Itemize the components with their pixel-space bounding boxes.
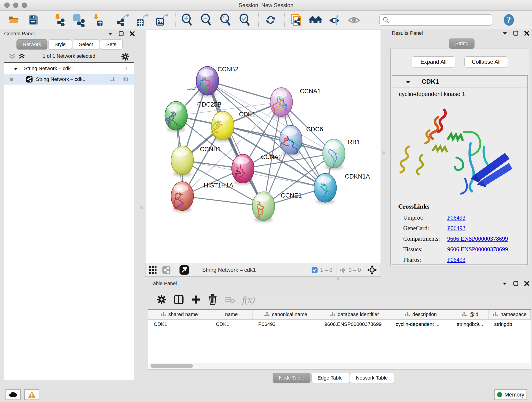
table-options-gear-icon[interactable]: [157, 294, 167, 305]
export-image-button[interactable]: [154, 13, 169, 27]
table-cell[interactable]: P06493: [253, 319, 319, 330]
expand-all-button[interactable]: Expand All: [412, 56, 455, 67]
tab-string[interactable]: String: [449, 38, 475, 49]
tab-select[interactable]: Select: [73, 39, 99, 50]
crosslink-row: Tissues:9606.ENSP00000378699: [398, 244, 508, 255]
collection-expand-caret-icon[interactable]: [13, 67, 18, 70]
import-table-button[interactable]: [90, 13, 104, 27]
panel-float-icon[interactable]: [513, 31, 518, 36]
section-collapse-caret-icon[interactable]: [405, 80, 411, 84]
column-header-description[interactable]: description: [390, 310, 451, 319]
toolbar-separator: [47, 13, 47, 27]
home-button[interactable]: [308, 13, 323, 27]
network-options-gear-icon[interactable]: [121, 52, 130, 61]
memory-button[interactable]: Memory: [494, 389, 527, 400]
panel-menu-icon[interactable]: [502, 282, 507, 285]
column-header-namespace[interactable]: namespace: [489, 310, 531, 319]
tab-style[interactable]: Style: [48, 39, 72, 50]
bottom-splitter-handle[interactable]: [336, 277, 340, 280]
table-cell[interactable]: 9606.ENSP00000378699: [319, 319, 390, 330]
panel-float-icon[interactable]: [513, 281, 518, 286]
import-network-database-button[interactable]: [71, 13, 85, 27]
tab-network-table[interactable]: Network Table: [350, 373, 394, 383]
show-all-button[interactable]: [347, 13, 361, 27]
collapse-all-button[interactable]: Collapse All: [464, 56, 508, 67]
column-header--id[interactable]: @id: [451, 310, 489, 319]
warning-status-button[interactable]: [24, 389, 39, 400]
add-column-plus-icon[interactable]: [191, 294, 201, 305]
cloud-status-button[interactable]: [6, 389, 21, 400]
fit-crosshair-icon[interactable]: [367, 265, 377, 275]
window-close-button[interactable]: [4, 2, 10, 8]
refresh-button[interactable]: [264, 13, 278, 27]
panel-close-icon[interactable]: [524, 31, 529, 36]
search-input[interactable]: [392, 17, 492, 23]
zoom-in-button[interactable]: [180, 13, 194, 27]
window-minimize-button[interactable]: [13, 2, 18, 8]
save-session-button[interactable]: [26, 13, 40, 27]
network-current-dot-icon: [10, 78, 13, 81]
zoom-selected-button[interactable]: [238, 13, 252, 27]
crosslink-link[interactable]: P06493: [447, 214, 465, 221]
hide-selected-button[interactable]: [328, 13, 342, 27]
scrollbar-thumb[interactable]: [151, 364, 193, 368]
column-header-database-identifier[interactable]: database identifier: [319, 310, 390, 319]
table-cell[interactable]: stringdb:9...: [451, 319, 489, 330]
delete-column-trash-icon[interactable]: [208, 294, 217, 305]
search-field[interactable]: [380, 14, 492, 26]
tab-network[interactable]: Network: [17, 39, 47, 50]
table-cell[interactable]: stringdb: [489, 319, 531, 330]
column-scope-icon: [161, 312, 166, 317]
panel-menu-icon[interactable]: [502, 32, 507, 35]
column-header-canonical-name[interactable]: canonical name: [253, 310, 319, 319]
left-splitter-handle[interactable]: [140, 206, 143, 209]
window-zoom-button[interactable]: [22, 2, 27, 8]
network-row[interactable]: String Network – cdk1 11 48: [4, 74, 134, 85]
show-columns-icon[interactable]: [173, 294, 184, 305]
crosslink-link[interactable]: 9606.ENSP00000378699: [447, 246, 508, 253]
panel-close-icon[interactable]: [524, 281, 529, 286]
network-node-CDKN1A: [314, 173, 336, 204]
network-view-icon[interactable]: [162, 266, 171, 274]
export-network-button[interactable]: [116, 13, 130, 27]
gene-section-header[interactable]: CDK1: [392, 76, 527, 88]
zoom-out-button[interactable]: [199, 13, 214, 27]
copy-network-button[interactable]: [289, 13, 303, 27]
birds-eye-view-icon[interactable]: [179, 265, 189, 275]
network-collection-row[interactable]: String Network – cdk1 1: [4, 63, 134, 74]
zoom-fit-button[interactable]: [219, 13, 233, 27]
table-horizontal-scrollbar[interactable]: [149, 363, 530, 369]
column-header-shared-name[interactable]: shared name: [148, 310, 210, 319]
right-splitter-handle[interactable]: [382, 152, 385, 154]
network-graph[interactable]: CCNB2CCNA1CDC25BCDK1CDC6RB1CCNB1CCNA2CDK…: [146, 30, 380, 263]
open-session-button[interactable]: [7, 13, 21, 27]
hidden-node-edge-counts: 0 – 0: [349, 267, 361, 273]
crosslink-link[interactable]: P06493: [447, 225, 465, 232]
column-header-name[interactable]: name: [210, 310, 253, 319]
panel-close-icon[interactable]: [130, 31, 135, 36]
cloud-icon: [8, 391, 18, 398]
import-network-file-button[interactable]: [52, 13, 66, 27]
table-cell[interactable]: cyclin-dependent ...: [390, 319, 451, 330]
table-cell[interactable]: CDK1: [210, 319, 253, 330]
panel-menu-icon[interactable]: [108, 32, 113, 35]
grid-view-icon[interactable]: [149, 266, 157, 274]
tab-node-table[interactable]: Node Table: [273, 373, 310, 383]
export-table-button[interactable]: [135, 13, 149, 27]
svg-text:?: ?: [507, 15, 511, 25]
network-canvas[interactable]: CCNB2CCNA1CDC25BCDK1CDC6RB1CCNB1CCNA2CDK…: [145, 30, 381, 263]
table-cell[interactable]: CDK1: [148, 319, 210, 330]
tab-sets[interactable]: Sets: [100, 39, 123, 50]
crosslink-link[interactable]: 9606.ENSP00000378699: [447, 235, 508, 242]
selected-checkbox-icon[interactable]: [311, 267, 318, 273]
hidden-eye-slash-icon[interactable]: [339, 267, 346, 274]
crosslink-link[interactable]: P06493: [447, 256, 465, 263]
node-table[interactable]: shared namenamecanonical namedatabase id…: [148, 309, 531, 370]
toolbar-separator: [284, 13, 285, 27]
help-button[interactable]: ?: [502, 13, 516, 27]
network-edge-count: 48: [123, 76, 128, 82]
table-row[interactable]: CDK1CDK1P064939606.ENSP00000378699cyclin…: [148, 319, 531, 330]
svg-text:CDK1: CDK1: [239, 111, 255, 118]
panel-float-icon[interactable]: [119, 31, 124, 36]
tab-edge-table[interactable]: Edge Table: [311, 373, 349, 383]
